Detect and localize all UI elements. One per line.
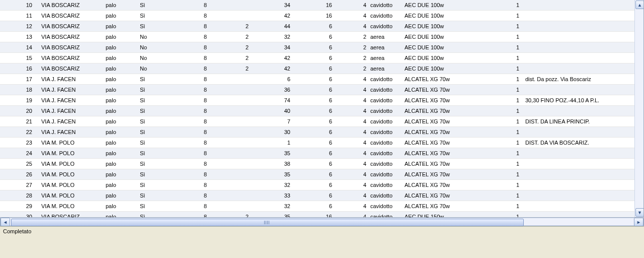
cell-sn: Sì bbox=[138, 180, 167, 190]
scroll-track[interactable] bbox=[10, 218, 634, 226]
scroll-thumb[interactable] bbox=[11, 219, 524, 226]
cell-d: 6 bbox=[292, 127, 334, 138]
cell-tipo: palo bbox=[104, 0, 138, 11]
cell-rete: aerea bbox=[368, 63, 403, 74]
cell-tipo: palo bbox=[104, 138, 138, 148]
table-row[interactable]: 20VIA J. FACENpaloSì84064cavidottoALCATE… bbox=[0, 106, 644, 116]
table-row[interactable]: 28VIA M. POLOpaloSì83364cavidottoALCATEL… bbox=[0, 190, 644, 201]
cell-e: 4 bbox=[334, 85, 368, 95]
cell-via: VIA J. FACEN bbox=[36, 95, 104, 106]
cell-d: 16 bbox=[292, 0, 334, 11]
cell-d: 16 bbox=[292, 11, 334, 21]
table-row[interactable]: 25VIA M. POLOpaloSì83864cavidottoALCATEL… bbox=[0, 159, 644, 169]
cell-rete: aerea bbox=[368, 42, 403, 53]
cell-tipo: palo bbox=[104, 180, 138, 190]
cell-a: 8 bbox=[167, 148, 209, 159]
cell-note bbox=[521, 127, 644, 138]
cell-n: 21 bbox=[0, 116, 36, 127]
scroll-left-button[interactable]: ◄ bbox=[1, 218, 10, 226]
table-row[interactable]: 29VIA M. POLOpaloSì83264cavidottoALCATEL… bbox=[0, 201, 644, 212]
cell-n: 23 bbox=[0, 138, 36, 148]
cell-q: 1 bbox=[507, 201, 521, 212]
cell-c: 30 bbox=[251, 127, 292, 138]
cell-tipo: palo bbox=[104, 127, 138, 138]
table-row[interactable]: 22VIA J. FACENpaloSì83064cavidottoALCATE… bbox=[0, 127, 644, 138]
table-row[interactable]: 11VIA BOSCARIZpaloSì842164cavidottoAEC D… bbox=[0, 11, 644, 21]
cell-via: VIA BOSCARIZ bbox=[36, 42, 104, 53]
cell-e: 4 bbox=[334, 180, 368, 190]
cell-via: VIA BOSCARIZ bbox=[36, 21, 104, 32]
scroll-right-button[interactable]: ► bbox=[634, 218, 643, 226]
cell-b bbox=[209, 138, 251, 148]
table-row[interactable]: 27VIA M. POLOpaloSì83264cavidottoALCATEL… bbox=[0, 180, 644, 190]
table-row[interactable]: 15VIA BOSCARIZpaloNo824262aereaAEC DUE 1… bbox=[0, 53, 644, 63]
cell-sn: Sì bbox=[138, 138, 167, 148]
cell-b: 2 bbox=[209, 212, 251, 218]
cell-rete: cavidotto bbox=[368, 148, 403, 159]
cell-via: VIA J. FACEN bbox=[36, 106, 104, 116]
cell-q: 1 bbox=[507, 21, 521, 32]
cell-a: 8 bbox=[167, 42, 209, 53]
table-row[interactable]: 21VIA J. FACENpaloSì8764cavidottoALCATEL… bbox=[0, 116, 644, 127]
cell-a: 8 bbox=[167, 74, 209, 85]
table-row[interactable]: 13VIA BOSCARIZpaloNo823262aereaAEC DUE 1… bbox=[0, 32, 644, 42]
cell-d: 6 bbox=[292, 95, 334, 106]
cell-via: VIA J. FACEN bbox=[36, 116, 104, 127]
cell-rete: cavidotto bbox=[368, 21, 403, 32]
cell-c: 44 bbox=[251, 21, 292, 32]
table-row[interactable]: 30VIA BOSCARIZpaloSì8235164cavidottoAEC … bbox=[0, 212, 644, 218]
cell-e: 2 bbox=[334, 42, 368, 53]
cell-sn: Sì bbox=[138, 11, 167, 21]
cell-sn: Sì bbox=[138, 169, 167, 180]
cell-via: VIA BOSCARIZ bbox=[36, 212, 104, 218]
table-row[interactable]: 18VIA J. FACENpaloSì83664cavidottoALCATE… bbox=[0, 85, 644, 95]
cell-d: 6 bbox=[292, 116, 334, 127]
cell-n: 25 bbox=[0, 159, 36, 169]
cell-b bbox=[209, 0, 251, 11]
cell-a: 8 bbox=[167, 180, 209, 190]
table-row[interactable]: 12VIA BOSCARIZpaloSì824464cavidottoAEC D… bbox=[0, 21, 644, 32]
cell-b bbox=[209, 85, 251, 95]
scroll-up-button[interactable]: ▲ bbox=[635, 1, 644, 9]
cell-d: 16 bbox=[292, 212, 334, 218]
cell-e: 4 bbox=[334, 21, 368, 32]
cell-lamp: ALCATEL XG 70w bbox=[403, 127, 507, 138]
cell-d: 6 bbox=[292, 190, 334, 201]
horizontal-scrollbar[interactable]: ◄ ► bbox=[0, 218, 644, 226]
table-row[interactable]: 26VIA M. POLOpaloSì83564cavidottoALCATEL… bbox=[0, 169, 644, 180]
cell-note bbox=[521, 148, 644, 159]
cell-e: 4 bbox=[334, 201, 368, 212]
data-grid[interactable]: 10VIA BOSCARIZpaloSì834164cavidottoAEC D… bbox=[0, 0, 644, 218]
cell-e: 4 bbox=[334, 106, 368, 116]
scroll-down-button[interactable]: ▼ bbox=[635, 208, 644, 217]
cell-e: 4 bbox=[334, 74, 368, 85]
cell-c: 42 bbox=[251, 53, 292, 63]
chevron-right-icon: ► bbox=[636, 220, 641, 225]
data-table: 10VIA BOSCARIZpaloSì834164cavidottoAEC D… bbox=[0, 0, 644, 218]
cell-sn: Sì bbox=[138, 95, 167, 106]
cell-note: DIST. DA LINEA PRINCIP. bbox=[521, 116, 644, 127]
cell-note bbox=[521, 85, 644, 95]
table-row[interactable]: 24VIA M. POLOpaloSì83564cavidottoALCATEL… bbox=[0, 148, 644, 159]
cell-lamp: ALCATEL XG 70w bbox=[403, 74, 507, 85]
cell-rete: cavidotto bbox=[368, 138, 403, 148]
cell-sn: Sì bbox=[138, 116, 167, 127]
cell-sn: No bbox=[138, 32, 167, 42]
cell-lamp: AEC DUE 100w bbox=[403, 53, 507, 63]
table-row[interactable]: 19VIA J. FACENpaloSì87464cavidottoALCATE… bbox=[0, 95, 644, 106]
vertical-scrollbar[interactable]: ▲ ▼ bbox=[634, 0, 643, 218]
cell-via: VIA BOSCARIZ bbox=[36, 63, 104, 74]
table-row[interactable]: 10VIA BOSCARIZpaloSì834164cavidottoAEC D… bbox=[0, 0, 644, 11]
cell-e: 4 bbox=[334, 138, 368, 148]
cell-n: 18 bbox=[0, 85, 36, 95]
table-row[interactable]: 23VIA M. POLOpaloSì8164cavidottoALCATEL … bbox=[0, 138, 644, 148]
table-row[interactable]: 14VIA BOSCARIZpaloNo823462aereaAEC DUE 1… bbox=[0, 42, 644, 53]
cell-a: 8 bbox=[167, 169, 209, 180]
table-row[interactable]: 17VIA J. FACENpaloSì8664cavidottoALCATEL… bbox=[0, 74, 644, 85]
cell-b: 2 bbox=[209, 21, 251, 32]
cell-via: VIA M. POLO bbox=[36, 169, 104, 180]
cell-note: 30,30 FINO POZ.-44,10 A P.L. bbox=[521, 95, 644, 106]
cell-n: 15 bbox=[0, 53, 36, 63]
table-row[interactable]: 16VIA BOSCARIZpaloNo824262aereaAEC DUE 1… bbox=[0, 63, 644, 74]
cell-q: 1 bbox=[507, 127, 521, 138]
